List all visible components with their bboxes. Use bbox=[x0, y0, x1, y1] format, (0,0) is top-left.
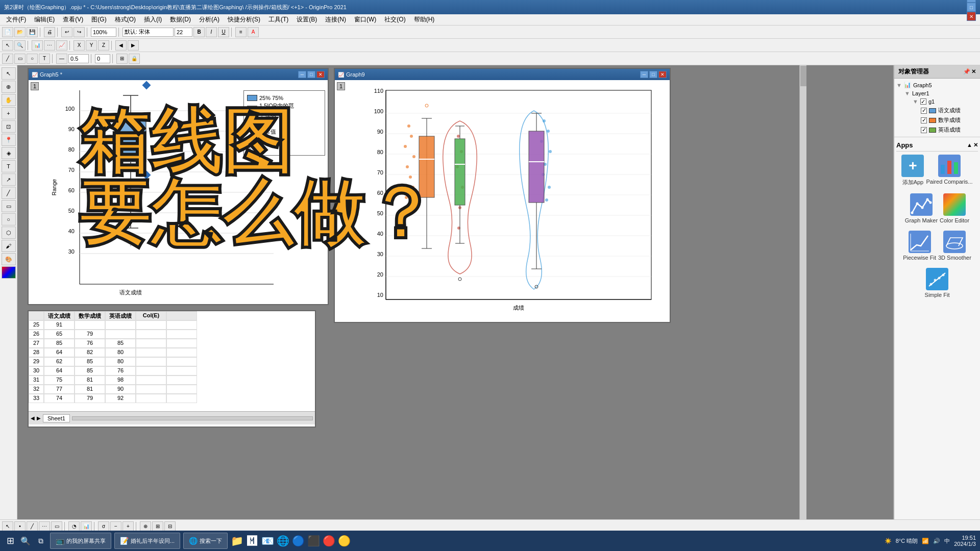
menu-tools[interactable]: 工具(T) bbox=[264, 14, 292, 25]
ss-cell-25-2[interactable] bbox=[75, 320, 105, 330]
zoom-input[interactable] bbox=[91, 28, 116, 37]
ss-cell-29-1[interactable]: 62 bbox=[44, 357, 75, 366]
menu-window[interactable]: 窗口(W) bbox=[350, 14, 380, 25]
pan-tool[interactable]: ✋ bbox=[2, 94, 16, 106]
search-icon[interactable]: 🔍 bbox=[19, 535, 32, 547]
taskbar-edge-icon[interactable]: 🔵 bbox=[292, 535, 304, 547]
ss-cell-32-2[interactable]: 81 bbox=[75, 385, 105, 394]
draw-line-button[interactable]: ╱ bbox=[2, 54, 13, 64]
ss-cell-25-4[interactable] bbox=[136, 320, 166, 330]
main-scrollbar[interactable] bbox=[799, 65, 806, 519]
pointer-button[interactable]: ↖ bbox=[2, 40, 13, 51]
z-axis-button[interactable]: Z bbox=[98, 40, 109, 51]
polygon-tool[interactable]: ⬡ bbox=[2, 227, 16, 239]
ss-cell-30-4[interactable] bbox=[136, 366, 166, 375]
ss-cell-31-4[interactable] bbox=[136, 375, 166, 385]
ss-cell-30-5[interactable] bbox=[166, 366, 197, 375]
ss-cell-25-5[interactable] bbox=[166, 320, 197, 330]
tree-shuxue[interactable]: ✓ 数学成绩 bbox=[896, 115, 978, 125]
taskbar-app1-icon[interactable]: 🅼 bbox=[246, 535, 258, 547]
menu-insert[interactable]: 插入(I) bbox=[140, 14, 166, 25]
line-draw-tool[interactable]: ╱ bbox=[2, 187, 16, 199]
ss-cell-31-1[interactable]: 75 bbox=[44, 375, 75, 385]
app-simple-fit[interactable]: Simple Fit bbox=[925, 268, 950, 298]
ss-cell-26-3[interactable] bbox=[105, 330, 136, 339]
graph5-close[interactable]: ✕ bbox=[316, 71, 325, 78]
maximize-button[interactable]: □ bbox=[967, 3, 976, 12]
ss-cell-30-3[interactable]: 76 bbox=[105, 366, 136, 375]
apps-expand-button[interactable]: ▲ bbox=[967, 142, 972, 148]
menu-edit[interactable]: 编辑(E) bbox=[30, 14, 59, 25]
menu-analysis[interactable]: 分析(A) bbox=[195, 14, 224, 25]
taskbar-wedding-btn[interactable]: 📝 婚礼后半年设同... bbox=[114, 533, 180, 549]
lock-button[interactable]: 🔒 bbox=[129, 54, 140, 64]
tree-yingyu-checkbox[interactable]: ✓ bbox=[921, 127, 927, 133]
crosshair-tool[interactable]: + bbox=[2, 107, 16, 119]
bt-zoom-in2[interactable]: + bbox=[122, 521, 134, 532]
menu-graph[interactable]: 图(G) bbox=[87, 14, 110, 25]
graph5-maximize[interactable]: □ bbox=[307, 71, 315, 78]
new-button[interactable]: 📄 bbox=[2, 27, 13, 37]
x-axis-button[interactable]: X bbox=[74, 40, 85, 51]
region-tool[interactable]: ⊡ bbox=[2, 120, 16, 133]
taskbar-app4-icon[interactable]: 🔴 bbox=[323, 535, 335, 547]
line-style-button[interactable]: — bbox=[56, 54, 67, 64]
snap-button[interactable]: ⊞ bbox=[116, 54, 128, 64]
ss-cell-31-3[interactable]: 98 bbox=[105, 375, 136, 385]
ss-cell-27-1[interactable]: 85 bbox=[44, 339, 75, 348]
sheet-nav-left[interactable]: ◀ bbox=[31, 415, 35, 421]
tree-yuwen[interactable]: ✓ 语文成绩 bbox=[896, 106, 978, 115]
print-button[interactable]: 🖨 bbox=[44, 27, 55, 37]
undo-button[interactable]: ↩ bbox=[61, 27, 72, 37]
bt-grid[interactable]: ⊟ bbox=[164, 521, 176, 532]
ss-cell-28-5[interactable] bbox=[166, 348, 197, 357]
tree-yingyu[interactable]: ✓ 英语成绩 bbox=[896, 125, 978, 135]
graph5-minimize[interactable]: ─ bbox=[298, 71, 306, 78]
bt-line[interactable]: ╱ bbox=[27, 521, 38, 532]
ss-cell-28-4[interactable] bbox=[136, 348, 166, 357]
ss-cell-27-5[interactable] bbox=[166, 339, 197, 348]
sheet-tab-sheet1[interactable]: Sheet1 bbox=[43, 414, 70, 422]
tree-layer1[interactable]: ▼ Layer1 bbox=[896, 89, 978, 97]
prev-page-button[interactable]: ◀ bbox=[115, 40, 127, 51]
rect-draw-tool[interactable]: ▭ bbox=[2, 200, 16, 212]
ss-cell-27-2[interactable]: 76 bbox=[75, 339, 105, 348]
taskbar-app2-icon[interactable]: 📧 bbox=[261, 535, 274, 547]
text-tool[interactable]: T bbox=[2, 160, 16, 172]
draw-text-button[interactable]: T bbox=[39, 54, 50, 64]
open-button[interactable]: 📂 bbox=[14, 27, 26, 37]
menu-help[interactable]: 帮助(H) bbox=[410, 14, 439, 25]
select-tool[interactable]: ↖ bbox=[2, 67, 16, 80]
zoom-tool[interactable]: ⊕ bbox=[2, 81, 16, 93]
ss-cell-30-1[interactable]: 64 bbox=[44, 366, 75, 375]
ss-cell-26-5[interactable] bbox=[166, 330, 197, 339]
ss-cell-33-5[interactable] bbox=[166, 394, 197, 403]
zoom-in-button[interactable]: 🔍 bbox=[14, 40, 26, 51]
panel-close-button[interactable]: ✕ bbox=[971, 68, 976, 75]
tree-shuxue-checkbox[interactable]: ✓ bbox=[921, 117, 927, 123]
ss-cell-32-5[interactable] bbox=[166, 385, 197, 394]
app-color-editor[interactable]: Color Editor bbox=[940, 193, 969, 223]
taskbar-search-btn[interactable]: 🌐 搜索一下 bbox=[183, 533, 228, 549]
italic-button[interactable]: I bbox=[206, 27, 217, 37]
app-graph-maker[interactable]: Graph Maker bbox=[905, 193, 938, 223]
arrow-tool[interactable]: ↗ bbox=[2, 173, 16, 186]
rotation-input[interactable] bbox=[95, 54, 110, 63]
ss-cell-29-2[interactable]: 85 bbox=[75, 357, 105, 366]
ss-cell-32-4[interactable] bbox=[136, 385, 166, 394]
save-button[interactable]: 💾 bbox=[27, 27, 38, 37]
ss-cell-30-2[interactable]: 85 bbox=[75, 366, 105, 375]
taskbar-browser-icon[interactable]: 🌐 bbox=[277, 535, 289, 547]
line-width-input[interactable] bbox=[68, 54, 89, 63]
start-button[interactable]: ⊞ bbox=[4, 535, 16, 547]
app-add[interactable]: + 添加App bbox=[901, 155, 924, 186]
taskbar-app3-icon[interactable]: ⬛ bbox=[307, 535, 320, 547]
y-axis-button[interactable]: Y bbox=[86, 40, 97, 51]
sheet-scroll-bar[interactable] bbox=[72, 416, 313, 420]
bt-pie[interactable]: ◔ bbox=[68, 521, 80, 532]
circle-draw-tool[interactable]: ○ bbox=[2, 213, 16, 226]
panel-pin-button[interactable]: 📌 bbox=[963, 68, 970, 75]
redo-button[interactable]: ↪ bbox=[74, 27, 85, 37]
ss-cell-32-1[interactable]: 77 bbox=[44, 385, 75, 394]
bold-button[interactable]: B bbox=[193, 27, 205, 37]
